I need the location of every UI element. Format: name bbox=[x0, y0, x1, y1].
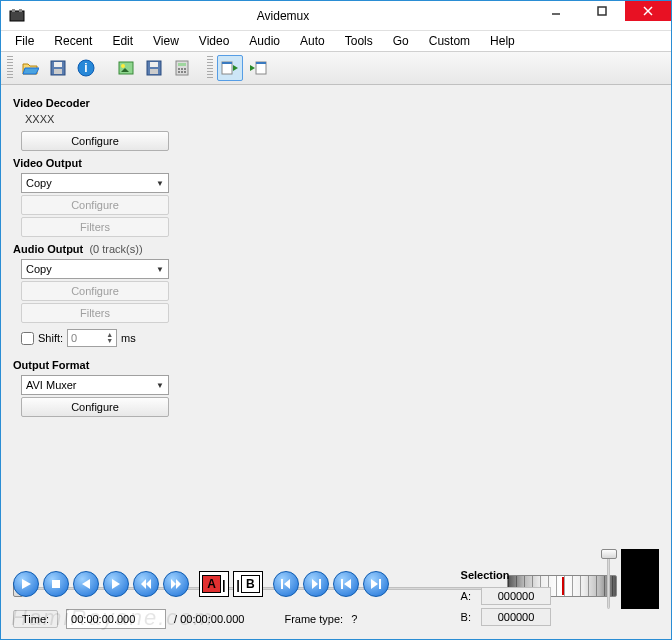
goto-marker-b-button[interactable] bbox=[303, 571, 329, 597]
time-total: / 00:00:00.000 bbox=[174, 613, 244, 625]
svg-rect-2 bbox=[19, 9, 22, 12]
prev-black-icon bbox=[340, 578, 352, 590]
menu-audio[interactable]: Audio bbox=[241, 32, 288, 50]
set-marker-a-button[interactable]: A| bbox=[199, 571, 229, 597]
calculator-button[interactable] bbox=[169, 55, 195, 81]
forward-icon bbox=[170, 578, 182, 590]
window-title: Avidemux bbox=[33, 9, 533, 23]
playback-controls: A| |B bbox=[13, 571, 389, 597]
spinner-buttons[interactable]: ▲▼ bbox=[106, 332, 113, 344]
shift-label: Shift: bbox=[38, 332, 63, 344]
next-frame-button[interactable] bbox=[103, 571, 129, 597]
play-output-button[interactable] bbox=[245, 55, 271, 81]
svg-rect-0 bbox=[10, 11, 24, 21]
chevron-down-icon: ▼ bbox=[156, 265, 164, 274]
load-image-button[interactable] bbox=[113, 55, 139, 81]
prev-black-frame-button[interactable] bbox=[333, 571, 359, 597]
menu-go[interactable]: Go bbox=[385, 32, 417, 50]
output-format-value: AVI Muxer bbox=[26, 379, 77, 391]
shift-checkbox[interactable] bbox=[21, 332, 34, 345]
open-button[interactable] bbox=[17, 55, 43, 81]
image-icon bbox=[117, 59, 135, 77]
app-window: Avidemux File Recent Edit View Video Aud… bbox=[0, 0, 672, 640]
menu-help[interactable]: Help bbox=[482, 32, 523, 50]
play-button[interactable] bbox=[13, 571, 39, 597]
svg-text:i: i bbox=[84, 61, 87, 75]
volume-slider[interactable] bbox=[599, 549, 617, 609]
svg-rect-4 bbox=[598, 7, 606, 15]
video-decoder-configure-button[interactable]: Configure bbox=[21, 131, 169, 151]
marker-b-icon: B bbox=[241, 575, 260, 593]
svg-rect-18 bbox=[178, 63, 186, 66]
toolbar-grip[interactable] bbox=[7, 56, 13, 80]
selection-panel: Selection A: 000000 B: 000000 bbox=[461, 569, 551, 629]
calculator-icon bbox=[173, 59, 191, 77]
video-output-select[interactable]: Copy ▼ bbox=[21, 173, 169, 193]
menu-auto[interactable]: Auto bbox=[292, 32, 333, 50]
info-button[interactable]: i bbox=[73, 55, 99, 81]
selection-label: Selection bbox=[461, 569, 551, 581]
stop-button[interactable] bbox=[43, 571, 69, 597]
selection-a-label: A: bbox=[461, 590, 471, 602]
save-media-button[interactable] bbox=[141, 55, 167, 81]
svg-point-13 bbox=[121, 64, 125, 68]
time-label: Time: bbox=[13, 610, 58, 628]
selection-b-label: B: bbox=[461, 611, 471, 623]
toolbar-grip-2[interactable] bbox=[207, 56, 213, 80]
close-button[interactable] bbox=[625, 1, 671, 21]
play-icon bbox=[20, 578, 32, 590]
svg-point-23 bbox=[181, 71, 183, 73]
shift-spinner[interactable]: 0 ▲▼ bbox=[67, 329, 117, 347]
selection-a-value: 000000 bbox=[481, 587, 551, 605]
menu-view[interactable]: View bbox=[145, 32, 187, 50]
left-panel: Video Decoder XXXX Configure Video Outpu… bbox=[1, 85, 201, 419]
output-format-select[interactable]: AVI Muxer ▼ bbox=[21, 375, 169, 395]
prev-keyframe-button[interactable] bbox=[133, 571, 159, 597]
play-input-button[interactable] bbox=[217, 55, 243, 81]
svg-point-19 bbox=[178, 68, 180, 70]
svg-point-20 bbox=[181, 68, 183, 70]
stop-icon bbox=[50, 578, 62, 590]
menu-tools[interactable]: Tools bbox=[337, 32, 381, 50]
svg-rect-31 bbox=[319, 579, 321, 589]
time-row: Time: 00:00:00.000 / 00:00:00.000 Frame … bbox=[13, 609, 357, 629]
menu-edit[interactable]: Edit bbox=[104, 32, 141, 50]
menu-file[interactable]: File bbox=[7, 32, 42, 50]
maximize-button[interactable] bbox=[579, 1, 625, 21]
minimize-button[interactable] bbox=[533, 1, 579, 21]
menu-video[interactable]: Video bbox=[191, 32, 237, 50]
next-icon bbox=[110, 578, 122, 590]
svg-rect-16 bbox=[150, 69, 158, 74]
save-button[interactable] bbox=[45, 55, 71, 81]
goto-marker-a-button[interactable] bbox=[273, 571, 299, 597]
svg-rect-29 bbox=[52, 580, 60, 588]
frame-type-value: ? bbox=[351, 613, 357, 625]
audio-shift-row: Shift: 0 ▲▼ ms bbox=[21, 329, 189, 347]
output-format-configure-button[interactable]: Configure bbox=[21, 397, 169, 417]
menu-recent[interactable]: Recent bbox=[46, 32, 100, 50]
prev-frame-button[interactable] bbox=[73, 571, 99, 597]
next-black-frame-button[interactable] bbox=[363, 571, 389, 597]
svg-rect-9 bbox=[54, 69, 62, 74]
volume-thumb[interactable] bbox=[601, 549, 617, 559]
goto-b-icon bbox=[310, 578, 322, 590]
audio-output-label: Audio Output (0 track(s)) bbox=[13, 243, 189, 255]
svg-rect-32 bbox=[341, 579, 343, 589]
marker-a-icon: A bbox=[202, 575, 221, 593]
audio-output-value: Copy bbox=[26, 263, 52, 275]
selection-b-value: 000000 bbox=[481, 608, 551, 626]
menu-custom[interactable]: Custom bbox=[421, 32, 478, 50]
video-output-value: Copy bbox=[26, 177, 52, 189]
video-output-filters-button: Filters bbox=[21, 217, 169, 237]
set-marker-b-button[interactable]: |B bbox=[233, 571, 263, 597]
frame-type-label: Frame type: bbox=[284, 613, 343, 625]
audio-output-configure-button: Configure bbox=[21, 281, 169, 301]
chevron-down-icon: ▼ bbox=[156, 179, 164, 188]
next-keyframe-button[interactable] bbox=[163, 571, 189, 597]
video-output-configure-button: Configure bbox=[21, 195, 169, 215]
svg-rect-33 bbox=[379, 579, 381, 589]
svg-rect-30 bbox=[281, 579, 283, 589]
toolbar: i bbox=[1, 51, 671, 85]
time-input[interactable]: 00:00:00.000 bbox=[66, 609, 166, 629]
audio-output-select[interactable]: Copy ▼ bbox=[21, 259, 169, 279]
